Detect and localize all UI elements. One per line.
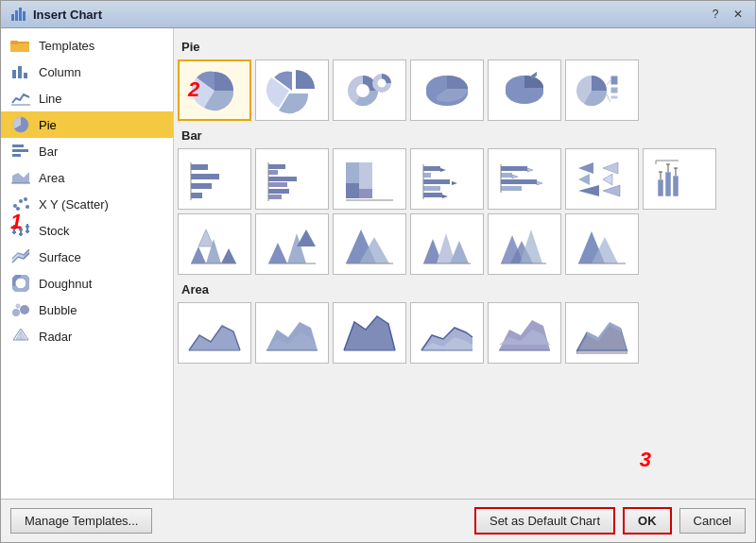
svg-rect-9 bbox=[24, 73, 27, 78]
insert-chart-dialog: Insert Chart ? ✕ 1 2 3 Templates bbox=[0, 0, 756, 543]
svg-rect-1 bbox=[15, 10, 18, 21]
surface-chart-icon bbox=[10, 248, 31, 265]
svg-rect-56 bbox=[191, 164, 208, 170]
area-chart-3[interactable] bbox=[333, 302, 406, 364]
sidebar-label-doughnut: Doughnut bbox=[39, 277, 92, 291]
bar-chart-1[interactable] bbox=[178, 148, 251, 210]
svg-rect-97 bbox=[665, 172, 671, 196]
sidebar-item-line[interactable]: Line bbox=[1, 85, 173, 111]
sidebar-label-bar: Bar bbox=[39, 144, 58, 159]
svg-rect-63 bbox=[268, 177, 297, 181]
svg-marker-86 bbox=[527, 168, 533, 172]
bar-chart-12[interactable] bbox=[488, 213, 561, 275]
sidebar-label-column: Column bbox=[39, 65, 81, 79]
area-chart-5[interactable] bbox=[488, 302, 561, 364]
pie-chart-2[interactable] bbox=[255, 59, 329, 121]
bar-chart-10[interactable] bbox=[333, 213, 406, 275]
svg-point-33 bbox=[12, 309, 20, 316]
svg-rect-65 bbox=[268, 189, 289, 194]
svg-rect-82 bbox=[501, 166, 527, 171]
svg-rect-7 bbox=[12, 70, 16, 78]
svg-rect-61 bbox=[268, 164, 285, 169]
svg-marker-94 bbox=[603, 174, 612, 185]
svg-rect-75 bbox=[423, 179, 450, 184]
svg-point-18 bbox=[19, 199, 23, 203]
svg-marker-79 bbox=[440, 168, 446, 172]
sidebar-item-pie[interactable]: Pie bbox=[1, 111, 173, 138]
area-chart-1[interactable] bbox=[178, 302, 251, 364]
sidebar-label-area: Area bbox=[39, 171, 64, 185]
svg-marker-15 bbox=[12, 172, 29, 183]
svg-rect-2 bbox=[19, 8, 22, 21]
close-button[interactable]: ✕ bbox=[730, 7, 746, 22]
cancel-button[interactable]: Cancel bbox=[679, 508, 746, 534]
svg-rect-57 bbox=[191, 174, 219, 179]
svg-marker-81 bbox=[442, 195, 448, 198]
svg-point-19 bbox=[16, 207, 20, 211]
pie-chart-5[interactable] bbox=[488, 59, 561, 121]
sidebar-item-column[interactable]: Column bbox=[1, 59, 173, 85]
scatter-chart-icon bbox=[10, 195, 31, 212]
svg-point-34 bbox=[20, 305, 29, 314]
bar-chart-3[interactable] bbox=[333, 148, 406, 210]
chart-scroll-area[interactable]: Pie bbox=[174, 28, 755, 499]
area-chart-4[interactable] bbox=[410, 302, 484, 364]
set-default-button[interactable]: Set as Default Chart bbox=[474, 507, 615, 535]
svg-point-35 bbox=[16, 304, 21, 309]
area-chart-2[interactable] bbox=[255, 302, 329, 364]
bar-chart-2[interactable] bbox=[255, 148, 329, 210]
svg-rect-52 bbox=[610, 87, 618, 93]
bar-chart-4[interactable] bbox=[410, 148, 484, 210]
sidebar-item-radar[interactable]: Radar bbox=[1, 323, 173, 349]
pie-chart-4[interactable] bbox=[410, 59, 484, 121]
svg-point-32 bbox=[18, 280, 25, 287]
svg-marker-87 bbox=[512, 175, 518, 178]
svg-rect-98 bbox=[673, 176, 679, 196]
pie-chart-6[interactable] bbox=[565, 59, 639, 121]
svg-rect-13 bbox=[12, 149, 28, 152]
sidebar-item-bar[interactable]: Bar bbox=[1, 138, 173, 164]
bar-chart-grid bbox=[178, 148, 747, 275]
area-section-label: Area bbox=[181, 282, 747, 297]
svg-marker-93 bbox=[603, 162, 618, 174]
svg-rect-66 bbox=[268, 195, 282, 199]
ok-button[interactable]: OK bbox=[623, 507, 672, 535]
dialog-icon bbox=[10, 7, 27, 22]
bar-chart-7[interactable] bbox=[643, 148, 716, 210]
radar-chart-icon bbox=[10, 328, 31, 345]
sidebar-item-bubble[interactable]: Bubble bbox=[1, 297, 173, 323]
bar-chart-11[interactable] bbox=[410, 213, 484, 275]
sidebar-item-stock[interactable]: Stock bbox=[1, 217, 173, 244]
bar-chart-6[interactable] bbox=[565, 148, 639, 210]
svg-rect-84 bbox=[501, 179, 537, 184]
sidebar-item-doughnut[interactable]: Doughnut bbox=[1, 270, 173, 297]
svg-rect-62 bbox=[268, 170, 278, 175]
svg-rect-5 bbox=[10, 43, 29, 52]
bar-section-label: Bar bbox=[181, 128, 747, 143]
stock-chart-icon bbox=[10, 222, 31, 239]
pie-chart-1[interactable] bbox=[178, 59, 251, 121]
svg-rect-8 bbox=[18, 66, 22, 78]
folder-icon bbox=[10, 37, 31, 54]
help-button[interactable]: ? bbox=[708, 7, 723, 22]
sidebar-item-scatter[interactable]: X Y (Scatter) bbox=[1, 191, 173, 217]
sidebar-item-surface[interactable]: Surface bbox=[1, 244, 173, 270]
svg-marker-88 bbox=[537, 181, 542, 185]
svg-line-55 bbox=[607, 94, 610, 102]
sidebar-item-area[interactable]: Area bbox=[1, 164, 173, 191]
chart-type-list: Templates Column bbox=[1, 28, 174, 499]
bar-chart-9[interactable] bbox=[255, 213, 329, 275]
bar-chart-icon bbox=[10, 143, 31, 160]
pie-chart-icon bbox=[10, 116, 31, 133]
pie-chart-3[interactable] bbox=[333, 59, 406, 121]
manage-templates-button[interactable]: Manage Templates... bbox=[10, 508, 152, 534]
area-chart-6[interactable] bbox=[565, 302, 639, 364]
sidebar-item-templates[interactable]: Templates bbox=[1, 32, 173, 59]
svg-marker-95 bbox=[603, 185, 620, 196]
bar-chart-13[interactable] bbox=[565, 213, 639, 275]
sidebar-label-templates: Templates bbox=[39, 39, 94, 53]
bar-chart-5[interactable] bbox=[488, 148, 561, 210]
bar-chart-8[interactable] bbox=[178, 213, 251, 275]
sidebar-label-line: Line bbox=[39, 92, 62, 106]
svg-rect-14 bbox=[12, 154, 21, 157]
